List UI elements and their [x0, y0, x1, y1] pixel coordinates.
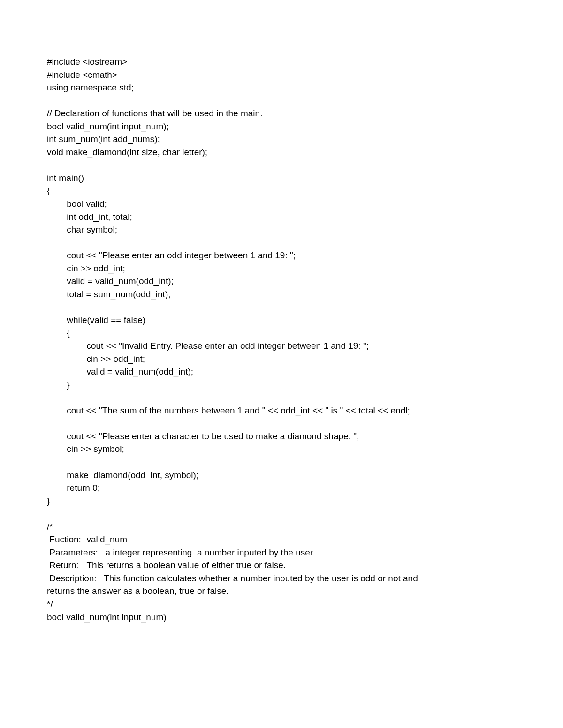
- code-block: #include <iostream> #include <cmath> usi…: [47, 55, 516, 623]
- document-page: #include <iostream> #include <cmath> usi…: [0, 0, 563, 728]
